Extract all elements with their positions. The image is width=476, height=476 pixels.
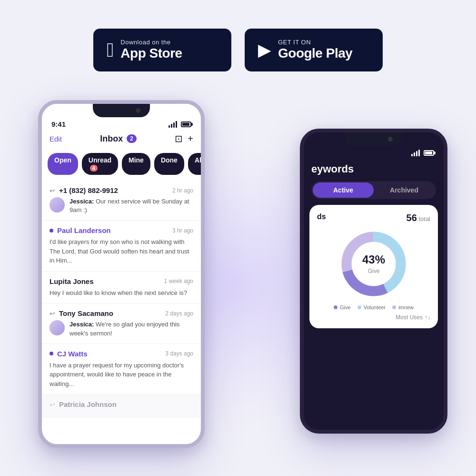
legend-volunteer-dot	[357, 305, 361, 309]
sender-name: Patricia Johnson	[59, 400, 117, 408]
message-item[interactable]: Paul Landerson 3 hr ago I'd like prayers…	[42, 221, 201, 272]
legend-give-dot	[334, 305, 337, 309]
message-header: CJ Watts 3 days ago	[50, 350, 193, 358]
message-preview: Hey I would like to know when the next s…	[50, 288, 193, 298]
most-uses-label: Most Uses ↑↓	[317, 314, 430, 321]
inbox-title: Inbox	[100, 134, 123, 144]
tab-active[interactable]: Active	[313, 182, 374, 198]
message-preview: I have a prayer request for my upcoming …	[50, 361, 193, 389]
sender-name: Paul Landerson	[57, 226, 111, 234]
app-store-button[interactable]:  Download on the App Store	[93, 29, 231, 71]
google-play-icon: ▶	[258, 41, 271, 59]
tab-done[interactable]: Done	[154, 153, 184, 175]
phones-wrapper: eywords Active Archived ds 56 total	[0, 91, 476, 448]
message-time: 2 hr ago	[172, 187, 193, 194]
inbox-count-badge: 2	[127, 134, 137, 143]
legend-imnew: imnew	[392, 304, 414, 310]
sender-row: Paul Landerson	[50, 226, 111, 234]
reply-arrow-icon: ↩	[50, 310, 55, 317]
message-header: Lupita Jones 1 week ago	[50, 277, 193, 285]
phone2-signal-icon	[411, 150, 420, 156]
message-list: ↩ +1 (832) 882-9912 2 hr ago Jessica: Ou…	[42, 181, 201, 417]
apple-icon: 	[107, 40, 114, 60]
phone1-notch	[93, 104, 150, 117]
sender-row: Lupita Jones	[50, 277, 94, 285]
inbox-header: Edit Inbox 2 ⊡ +	[42, 130, 201, 149]
message-time: 3 hr ago	[172, 227, 193, 234]
message-time: 1 week ago	[164, 278, 193, 284]
app-store-text: Download on the App Store	[120, 39, 182, 61]
reply-arrow-icon: ↩	[50, 187, 55, 194]
phone1-battery-icon	[181, 122, 191, 127]
avatar	[50, 320, 65, 335]
tab-mine[interactable]: Mine	[122, 153, 150, 175]
tab-unread[interactable]: Unread 4	[82, 153, 118, 175]
inbox-edit-button[interactable]: Edit	[50, 135, 62, 143]
inbox-title-row: Inbox 2	[100, 134, 137, 144]
message-item[interactable]: Lupita Jones 1 week ago Hey I would like…	[42, 272, 201, 304]
legend-imnew-label: imnew	[398, 304, 414, 310]
phone2-notch	[345, 132, 402, 146]
stats-title: ds	[317, 213, 326, 221]
phone1-time: 9:41	[51, 120, 66, 128]
sender-label: Jessica:	[69, 321, 94, 328]
google-play-text: GET IT ON Google Play	[278, 39, 352, 61]
sender-row: ↩ Tony Sacamano	[50, 309, 113, 317]
message-time: 2 days ago	[165, 310, 193, 317]
tab-archived[interactable]: Archived	[374, 182, 435, 198]
avatar	[50, 197, 65, 213]
phone1-signal-icon	[169, 121, 177, 128]
phone2-status-icons	[411, 150, 434, 156]
donut-chart: 43% Give	[338, 228, 409, 300]
donut-percent: 43%	[362, 253, 385, 266]
keywords-header: eywords Active Archived	[304, 158, 444, 205]
sender-name: Lupita Jones	[50, 277, 94, 285]
inbox-actions: ⊡ +	[175, 133, 193, 144]
legend-imnew-dot	[392, 305, 396, 309]
sender-name: +1 (832) 882-9912	[59, 186, 118, 194]
tab-all[interactable]: All	[188, 153, 205, 175]
sender-row: ↩ Patricia Johnson	[50, 400, 117, 408]
donut-sublabel: Give	[368, 268, 380, 274]
phone2-camera	[388, 137, 393, 142]
unread-indicator	[50, 352, 53, 355]
filter-tabs: Open Unread 4 Mine Done All	[42, 149, 201, 181]
message-item[interactable]: CJ Watts 3 days ago I have a prayer requ…	[42, 344, 201, 395]
inbox-phone: 9:41 Edit Inbox 2 ⊡	[38, 100, 205, 448]
message-header: ↩ Tony Sacamano 2 days ago	[50, 309, 193, 317]
sender-name: CJ Watts	[57, 350, 88, 358]
reply-arrow-icon: ↩	[50, 401, 55, 408]
message-preview: I'd like prayers for my son who is not w…	[50, 237, 193, 265]
phone1-status-icons	[169, 121, 191, 128]
sender-label: Jessica:	[69, 198, 94, 205]
stats-total: 56 total	[407, 213, 430, 223]
message-body: Jessica: We're so glad you enjoyed this …	[69, 320, 193, 337]
message-header: ↩ +1 (832) 882-9912 2 hr ago	[50, 186, 193, 194]
legend-volunteer-label: Volunteer	[364, 304, 386, 310]
google-play-button[interactable]: ▶ GET IT ON Google Play	[245, 29, 383, 71]
google-play-large-label: Google Play	[278, 46, 352, 61]
store-buttons-row:  Download on the App Store ▶ GET IT ON …	[0, 0, 476, 71]
sender-row: CJ Watts	[50, 350, 88, 358]
message-item[interactable]: ↩ +1 (832) 882-9912 2 hr ago Jessica: Ou…	[42, 181, 201, 221]
donut-label: 43% Give	[362, 253, 385, 275]
keywords-title: eywords	[311, 163, 436, 175]
filter-icon[interactable]: ⊡	[175, 133, 183, 144]
message-item[interactable]: ↩ Patricia Johnson	[42, 395, 201, 417]
chart-legend: Give Volunteer imnew	[317, 304, 430, 310]
message-body: Jessica: Our next service will be Sunday…	[69, 197, 193, 214]
add-icon[interactable]: +	[188, 133, 193, 144]
message-time: 3 days ago	[165, 350, 193, 357]
message-header: ↩ Patricia Johnson	[50, 400, 193, 408]
unread-indicator	[50, 229, 53, 233]
app-store-large-label: App Store	[120, 46, 182, 61]
message-item[interactable]: ↩ Tony Sacamano 2 days ago Jessica: We'r…	[42, 304, 201, 344]
tab-open[interactable]: Open	[48, 153, 78, 175]
google-play-small-label: GET IT ON	[278, 39, 352, 46]
app-store-small-label: Download on the	[120, 39, 182, 46]
legend-volunteer: Volunteer	[357, 304, 386, 310]
sender-name: Tony Sacamano	[59, 309, 113, 317]
sort-icon: ↑↓	[425, 314, 430, 321]
sender-row: ↩ +1 (832) 882-9912	[50, 186, 118, 194]
keywords-tabs: Active Archived	[311, 181, 436, 199]
